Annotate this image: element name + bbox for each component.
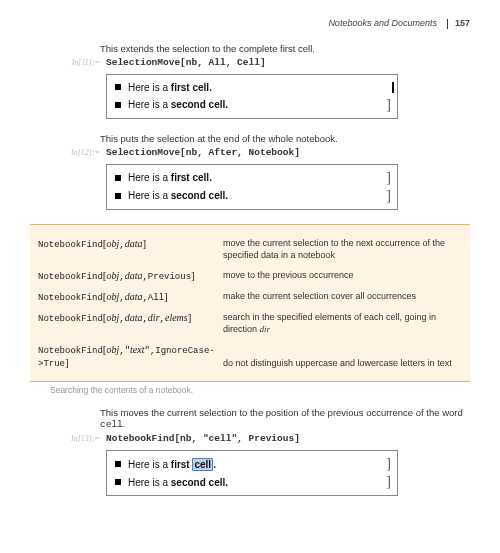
cell-text: Here is a second cell. xyxy=(128,190,383,201)
selection-stripe-icon xyxy=(392,82,394,93)
cell-text-prefix: Here is a xyxy=(128,477,171,488)
cell-text-prefix: Here is a xyxy=(128,82,171,93)
selected-word: cell xyxy=(192,458,213,471)
cell-text-bold: second cell. xyxy=(171,190,228,201)
page-number: 157 xyxy=(455,18,470,28)
cell-text-prefix: Here is a xyxy=(128,172,171,183)
cell-bracket-icon: ] xyxy=(383,476,391,488)
reference-row: NotebookFind[obj,"text",IgnoreCase->True… xyxy=(38,339,462,373)
cell-bracket-icon: ] xyxy=(383,458,391,470)
cell-text-part: first xyxy=(171,459,193,470)
reference-description: do not distinguish uppercase and lowerca… xyxy=(223,343,452,369)
cell-text-prefix: Here is a xyxy=(128,190,171,201)
notebook-cell: Here is a second cell. ] xyxy=(107,96,397,114)
bullet-icon xyxy=(115,175,121,181)
reference-table: NotebookFind[obj,data]move the current s… xyxy=(30,224,470,383)
cell-text: Here is a first cell. xyxy=(128,459,383,470)
section-name: Notebooks and Documents xyxy=(328,18,437,28)
cell-text: Here is a second cell. xyxy=(128,477,383,488)
cell-bracket-icon: ] xyxy=(383,99,391,111)
in-code-1: SelectionMove[nb, All, Cell] xyxy=(106,57,266,68)
input-row-1: In[11]:= SelectionMove[nb, All, Cell] xyxy=(60,57,470,68)
reference-row: NotebookFind[obj,data]move the current s… xyxy=(38,233,462,265)
reference-description: move to the previous occurrence xyxy=(223,269,354,282)
in-label-3: In[13]:= xyxy=(60,434,106,443)
cell-text-bold: first cell. xyxy=(171,82,212,93)
cell-text: Here is a first cell. xyxy=(128,172,383,183)
narration-3: This moves the current selection to the … xyxy=(100,407,470,430)
reference-description: move the current selection to the next o… xyxy=(223,237,462,261)
cell-text-prefix: Here is a xyxy=(128,459,171,470)
bullet-icon xyxy=(115,193,121,199)
reference-description: make the current selection cover all occ… xyxy=(223,290,416,303)
reference-signature: NotebookFind[obj,data,All] xyxy=(38,290,223,303)
cell-text: Here is a first cell. xyxy=(128,82,391,93)
reference-caption: Searching the contents of a notebook. xyxy=(50,385,470,395)
narration-1: This extends the selection to the comple… xyxy=(100,43,470,54)
cell-text-bold: second cell. xyxy=(171,477,228,488)
notebook-cell: Here is a first cell. xyxy=(107,79,397,96)
notebook-cell: Here is a first cell. ] xyxy=(107,169,397,187)
cell-bracket-icon: ] xyxy=(383,190,391,202)
narration-code-word: cell xyxy=(100,419,123,430)
page-header: Notebooks and Documents 157 xyxy=(30,18,470,29)
narration-2: This puts the selection at the end of th… xyxy=(100,133,470,144)
reference-signature: NotebookFind[obj,"text",IgnoreCase->True… xyxy=(38,343,223,369)
cell-bracket-icon: ] xyxy=(383,172,391,184)
reference-signature: NotebookFind[obj,data] xyxy=(38,237,223,261)
cell-text-bold: first cell. xyxy=(171,458,216,471)
cell-text-part: . xyxy=(213,459,216,470)
cell-text-prefix: Here is a xyxy=(128,99,171,110)
narration-text: This moves the current selection to the … xyxy=(100,407,463,418)
bullet-icon xyxy=(115,461,121,467)
reference-row: NotebookFind[obj,data,dir,elems]search i… xyxy=(38,307,462,339)
in-label-1: In[11]:= xyxy=(60,58,106,67)
notebook-window-3: Here is a first cell. ] Here is a second… xyxy=(106,450,398,496)
in-code-3: NotebookFind[nb, "cell", Previous] xyxy=(106,433,300,444)
bullet-icon xyxy=(115,102,121,108)
cell-text-bold: first cell. xyxy=(171,172,212,183)
notebook-cell: Here is a second cell. ] xyxy=(107,473,397,491)
bullet-icon xyxy=(115,84,121,90)
input-row-2: In[12]:= SelectionMove[nb, After, Notebo… xyxy=(60,147,470,158)
reference-row: NotebookFind[obj,data,Previous]move to t… xyxy=(38,265,462,286)
reference-signature: NotebookFind[obj,data,Previous] xyxy=(38,269,223,282)
cell-text-bold: second cell. xyxy=(171,99,228,110)
input-row-3: In[13]:= NotebookFind[nb, "cell", Previo… xyxy=(60,433,470,444)
in-label-2: In[12]:= xyxy=(60,148,106,157)
reference-row: NotebookFind[obj,data,All]make the curre… xyxy=(38,286,462,307)
reference-signature: NotebookFind[obj,data,dir,elems] xyxy=(38,311,223,335)
narration-text: . xyxy=(123,418,126,429)
reference-description: search in the specified elements of each… xyxy=(223,311,462,335)
notebook-window-1: Here is a first cell. Here is a second c… xyxy=(106,74,398,119)
bullet-icon xyxy=(115,479,121,485)
header-divider xyxy=(447,19,448,29)
cell-text: Here is a second cell. xyxy=(128,99,383,110)
notebook-cell: Here is a second cell. ] xyxy=(107,187,397,205)
in-code-2: SelectionMove[nb, After, Notebook] xyxy=(106,147,300,158)
notebook-cell: Here is a first cell. ] xyxy=(107,455,397,473)
notebook-window-2: Here is a first cell. ] Here is a second… xyxy=(106,164,398,210)
